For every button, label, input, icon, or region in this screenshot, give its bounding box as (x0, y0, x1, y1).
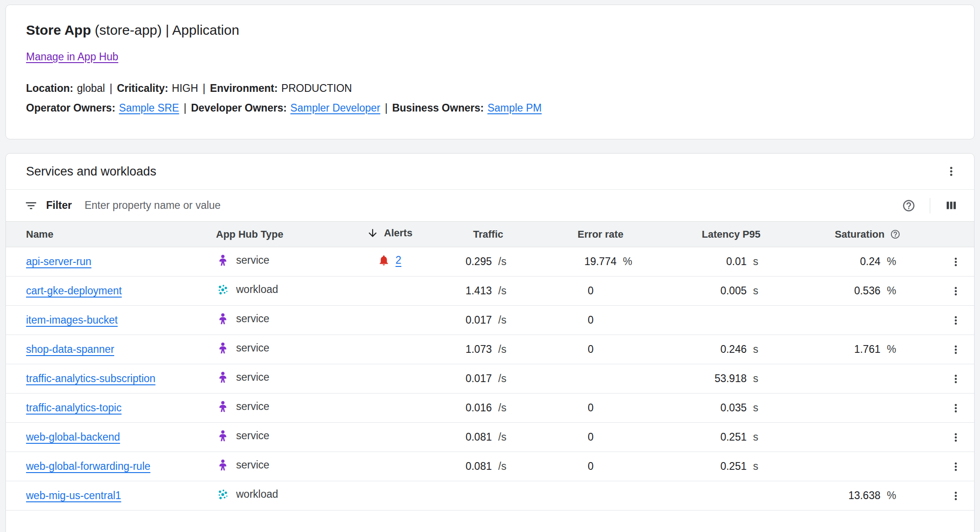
service-icon (216, 429, 230, 443)
row-traffic-unit: /s (498, 314, 520, 326)
separator: | (203, 82, 205, 94)
row-error-value: 0 (537, 431, 645, 443)
more-vert-icon (949, 402, 962, 415)
more-vert-icon (949, 285, 962, 298)
row-traffic-value: 0.081 (440, 460, 492, 473)
row-name-link[interactable]: traffic-analytics-subscription (26, 372, 155, 384)
row-error-value: 0 (537, 314, 645, 326)
more-vert-icon (949, 314, 962, 327)
row-latency-unit: s (753, 255, 775, 268)
column-header-name[interactable]: Name (6, 222, 198, 247)
column-display-button[interactable] (940, 195, 962, 217)
row-menu-button[interactable] (946, 310, 966, 330)
operator-owner-link[interactable]: Sample SRE (119, 102, 179, 114)
business-owner-link[interactable]: Sample PM (487, 102, 542, 114)
row-error-value: 0 (537, 460, 645, 473)
app-header-card: Store App (store-app) | Application Mana… (5, 5, 975, 139)
table-row: traffic-analytics-subscription service 0… (6, 364, 974, 394)
row-name-link[interactable]: shop-data-spanner (26, 343, 114, 355)
row-latency-unit: s (753, 460, 775, 473)
header-row: Name App Hub Type Alerts Traffic Error r… (6, 222, 974, 247)
workload-icon (216, 283, 230, 297)
column-header-saturation[interactable]: Saturation (798, 222, 938, 247)
saturation-help-icon[interactable] (890, 229, 901, 239)
row-alerts-count[interactable]: 2 (395, 254, 401, 266)
services-panel-title: Services and workloads (26, 165, 156, 179)
location-value: global (77, 82, 105, 94)
filter-label: Filter (46, 199, 72, 212)
separator: | (184, 102, 186, 114)
row-type-label: service (236, 313, 269, 325)
workload-icon (216, 488, 230, 501)
row-name-link[interactable]: cart-gke-deployment (26, 285, 122, 297)
app-hub-type-cell: service (216, 254, 269, 267)
more-vert-icon (944, 165, 958, 178)
row-name-link[interactable]: item-images-bucket (26, 314, 118, 326)
row-latency-value: 0.246 (664, 343, 747, 356)
filter-input[interactable] (84, 199, 890, 212)
row-name-link[interactable]: web-mig-us-central1 (26, 489, 121, 501)
services-table-body: api-server-run service 2 0.295/s 19.774% (6, 247, 974, 511)
row-traffic-value: 1.073 (440, 343, 492, 356)
table-row: traffic-analytics-topic service 0.016/s (6, 394, 974, 423)
row-menu-button[interactable] (946, 340, 966, 360)
developer-owners-label: Developer Owners: (191, 102, 287, 114)
table-row: cart-gke-deployment workload 1.413/s 0 (6, 277, 974, 306)
filter-help-button[interactable] (898, 195, 920, 217)
sort-descending-icon (367, 227, 379, 239)
row-menu-button[interactable] (946, 369, 966, 389)
more-vert-icon (949, 489, 962, 502)
services-table-head: Name App Hub Type Alerts Traffic Error r… (6, 222, 974, 247)
row-type-label: workload (236, 283, 278, 296)
row-type-label: service (236, 430, 269, 442)
row-saturation-unit: % (887, 255, 909, 268)
table-row: item-images-bucket service 0.017/s 0 (6, 306, 974, 335)
more-vert-icon (949, 460, 962, 473)
alert-bell-icon (378, 254, 390, 266)
panel-menu-button[interactable] (940, 160, 962, 182)
column-header-traffic[interactable]: Traffic (440, 222, 537, 247)
row-menu-button[interactable] (946, 486, 966, 506)
row-menu-button[interactable] (946, 398, 966, 418)
row-name-link[interactable]: web-global-forwarding-rule (26, 460, 150, 472)
service-icon (216, 400, 230, 414)
app-hub-type-cell: service (216, 429, 269, 443)
environment-value: PRODUCTION (281, 82, 352, 94)
row-traffic-value: 1.413 (440, 285, 492, 297)
developer-owner-link[interactable]: Sampler Developer (290, 102, 380, 114)
row-name-link[interactable]: traffic-analytics-topic (26, 402, 121, 414)
row-menu-button[interactable] (946, 427, 966, 447)
row-saturation-value: 1.761 (798, 343, 880, 356)
row-latency-unit: s (753, 402, 775, 414)
column-header-error-rate[interactable]: Error rate (537, 222, 664, 247)
toolbar-divider (930, 198, 930, 213)
row-traffic-value: 0.017 (440, 372, 492, 385)
row-traffic-value: 0.295 (440, 255, 492, 268)
row-name-link[interactable]: web-global-backend (26, 431, 120, 443)
row-traffic-unit: /s (498, 343, 520, 356)
row-error-value: 19.774 (537, 255, 616, 268)
criticality-value: HIGH (172, 82, 198, 94)
row-latency-unit: s (753, 285, 775, 297)
services-panel: Services and workloads Filter (5, 153, 975, 532)
row-menu-button[interactable] (946, 281, 966, 301)
row-latency-unit: s (753, 431, 775, 443)
app-hub-type-cell: service (216, 312, 269, 326)
row-menu-button[interactable] (946, 457, 966, 477)
column-header-app-hub-type[interactable]: App Hub Type (198, 222, 339, 247)
row-saturation-value: 0.536 (798, 285, 880, 297)
app-name: Store App (26, 22, 91, 37)
more-vert-icon (949, 343, 962, 356)
manage-in-app-hub-link[interactable]: Manage in App Hub (26, 51, 118, 63)
service-icon (216, 458, 230, 472)
column-header-alerts[interactable]: Alerts (339, 222, 440, 247)
row-menu-button[interactable] (946, 252, 966, 272)
environment-label: Environment: (210, 82, 278, 94)
row-latency-value: 0.01 (664, 255, 747, 268)
row-name-link[interactable]: api-server-run (26, 255, 91, 267)
service-icon (216, 371, 230, 384)
column-header-latency-p95[interactable]: Latency P95 (664, 222, 798, 247)
row-alerts: 2 (378, 254, 401, 266)
row-error-value: 0 (537, 285, 645, 297)
app-metadata-line-1: Location:global|Criticality:HIGH|Environ… (26, 79, 954, 98)
